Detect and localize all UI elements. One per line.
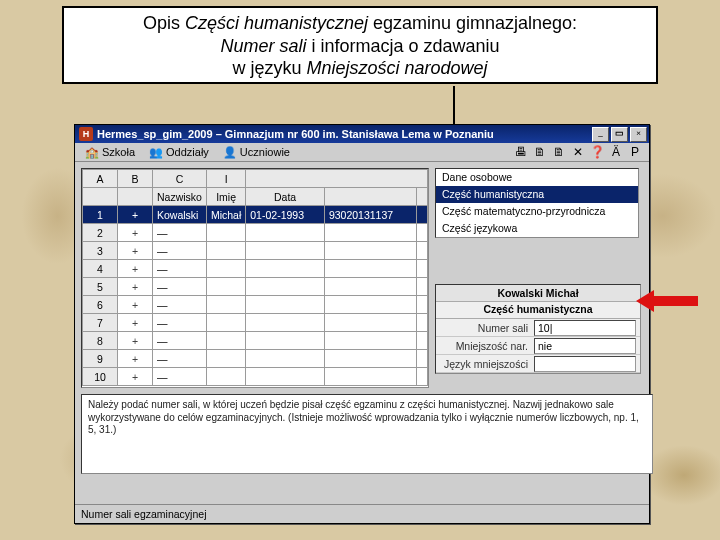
table-row[interactable]: 7+— xyxy=(83,314,428,332)
col-expand xyxy=(118,188,153,206)
table-row[interactable]: 1+KowalskiMichał01-02-199393020131137 xyxy=(83,206,428,224)
table-row[interactable]: 10+— xyxy=(83,368,428,386)
detail-row: Mniejszość nar.nie xyxy=(436,337,640,355)
toolbar-icons: 🖶 🗎 🗎 ✕ ❓ Ä P xyxy=(513,145,649,159)
school-icon: 🏫 xyxy=(85,146,99,158)
group-icon: 👥 xyxy=(149,146,163,158)
print-icon[interactable]: 🖶 xyxy=(513,145,529,159)
help-icon[interactable]: ❓ xyxy=(589,145,605,159)
close-button[interactable]: × xyxy=(630,127,647,142)
detail-row: Numer sali10| xyxy=(436,319,640,337)
tab-letter-a[interactable]: A xyxy=(83,170,118,188)
section-item[interactable]: Część językowa xyxy=(436,220,638,237)
mniejszosc-input[interactable]: nie xyxy=(534,338,636,354)
char-p-icon[interactable]: P xyxy=(627,145,643,159)
section-item[interactable]: Dane osobowe xyxy=(436,169,638,186)
tab-letter-c[interactable]: C xyxy=(153,170,207,188)
delete-icon[interactable]: ✕ xyxy=(570,145,586,159)
detail-row-label: Numer sali xyxy=(436,322,534,334)
minimize-button[interactable]: _ xyxy=(592,127,609,142)
callout-line xyxy=(453,86,455,124)
table-row[interactable]: 8+— xyxy=(83,332,428,350)
table-row[interactable]: 6+— xyxy=(83,296,428,314)
col-nazwisko[interactable]: Nazwisko xyxy=(153,188,207,206)
detail-panel: Kowalski Michał Część humanistyczna Nume… xyxy=(435,284,641,374)
tab-letter-i[interactable]: I xyxy=(206,170,245,188)
students-table[interactable]: A B C I Nazwisko Imię Data 1+KowalskiMic… xyxy=(81,168,429,388)
numer-sali-input[interactable]: 10| xyxy=(534,320,636,336)
status-text: Numer sali egzaminacyjnej xyxy=(81,508,206,520)
status-bar: Numer sali egzaminacyjnej xyxy=(75,504,649,523)
char-a-icon[interactable]: Ä xyxy=(608,145,624,159)
menubar: 🏫Szkoła 👥Oddziały 👤Uczniowie 🖶 🗎 🗎 ✕ ❓ Ä… xyxy=(75,143,649,162)
app-window: H Hermes_sp_gim_2009 – Gimnazjum nr 600 … xyxy=(74,124,650,524)
doc2-icon[interactable]: 🗎 xyxy=(551,145,567,159)
detail-row: Język mniejszości xyxy=(436,355,640,373)
table-row[interactable]: 3+— xyxy=(83,242,428,260)
table-row[interactable]: 5+— xyxy=(83,278,428,296)
section-item[interactable]: Część matematyczno-przyrodnicza xyxy=(436,203,638,220)
detail-student-name: Kowalski Michał xyxy=(436,285,640,302)
menu-oddzialy[interactable]: 👥Oddziały xyxy=(143,145,215,160)
sections-list[interactable]: Dane osoboweCzęść humanistycznaCzęść mat… xyxy=(435,168,639,238)
detail-row-label: Mniejszość nar. xyxy=(436,340,534,352)
table-row[interactable]: 4+— xyxy=(83,260,428,278)
help-note: Należy podać numer sali, w której uczeń … xyxy=(81,394,653,474)
menu-szkola[interactable]: 🏫Szkoła xyxy=(79,145,141,160)
section-item[interactable]: Część humanistyczna xyxy=(436,186,638,203)
col-rownum xyxy=(83,188,118,206)
app-icon: H xyxy=(79,127,93,141)
detail-row-label: Język mniejszości xyxy=(436,358,534,370)
titlebar: H Hermes_sp_gim_2009 – Gimnazjum nr 600 … xyxy=(75,125,649,143)
detail-section-title: Część humanistyczna xyxy=(436,302,640,319)
table-row[interactable]: 9+— xyxy=(83,350,428,368)
window-title: Hermes_sp_gim_2009 – Gimnazjum nr 600 im… xyxy=(97,128,592,140)
student-icon: 👤 xyxy=(223,146,237,158)
maximize-button[interactable]: ▭ xyxy=(611,127,628,142)
jezyk-input[interactable] xyxy=(534,356,636,372)
col-data[interactable]: Data xyxy=(246,188,325,206)
table-row[interactable]: 2+— xyxy=(83,224,428,242)
slide-title-box: Opis Części humanistycznej egzaminu gimn… xyxy=(62,6,658,84)
col-imie[interactable]: Imię xyxy=(206,188,245,206)
doc1-icon[interactable]: 🗎 xyxy=(532,145,548,159)
callout-arrow-icon xyxy=(636,290,698,312)
menu-uczniowie[interactable]: 👤Uczniowie xyxy=(217,145,296,160)
tab-letter-b[interactable]: B xyxy=(118,170,153,188)
